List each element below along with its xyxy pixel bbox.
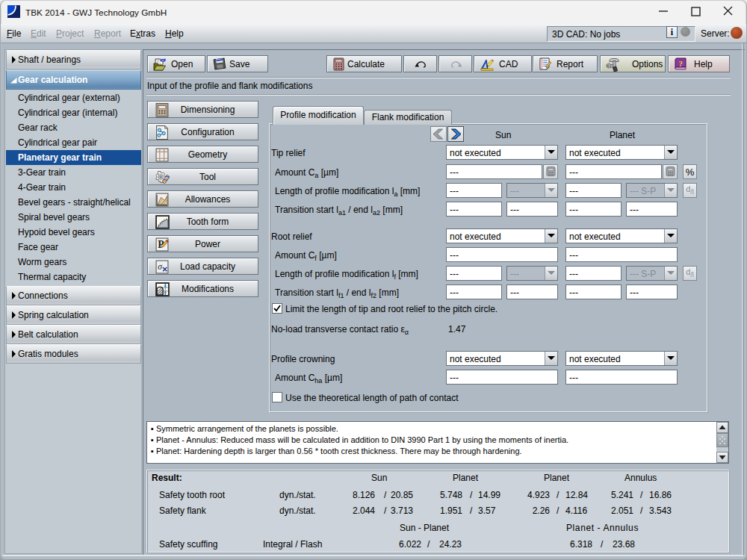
svg-text:?: ? [679,59,684,68]
